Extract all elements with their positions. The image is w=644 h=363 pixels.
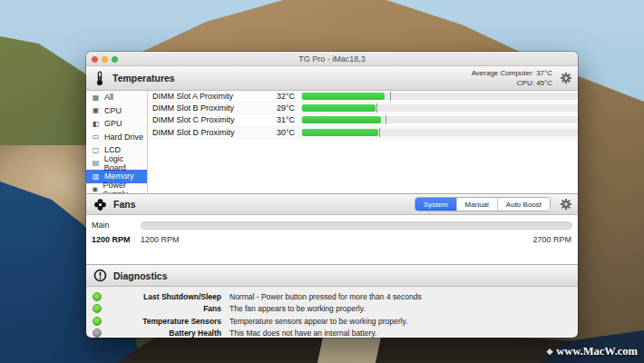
diagnostics-title: Diagnostics (113, 270, 168, 281)
watermark-logo-icon: ❖ (546, 348, 553, 357)
sidebar-item-gpu[interactable]: ◧GPU (86, 117, 147, 131)
temperature-readings-list: DIMM Slot A Proximity32°CDIMM Slot B Pro… (148, 91, 578, 193)
fans-title: Fans (113, 199, 136, 210)
memory-ram-icon: ▥ (91, 172, 101, 182)
power-supply-icon: ◉ (91, 184, 100, 193)
diagnostic-row: FansThe fan appears to be working proper… (86, 303, 578, 316)
sensor-temperature-value: 31°C (266, 115, 302, 124)
diagnostic-label: Battery Health (102, 329, 221, 338)
sidebar-item-label: Logic Board (104, 154, 147, 172)
temperature-bar-fill (302, 116, 381, 123)
diagnostic-row: Last Shutdown/SleepNormal - Power button… (86, 290, 578, 303)
temperatures-body: ▦All▣CPU◧GPU▭Hard Drive▢LCD▤Logic Board▥… (86, 91, 578, 193)
fan-name-label: Main (92, 221, 110, 230)
sensor-name: DIMM Slot D Proximity (148, 128, 266, 137)
fan-mode-segmented-control: SystemManualAuto Boost (415, 197, 551, 211)
status-ok-dot-icon (93, 304, 102, 313)
temperature-bar-track (302, 93, 578, 100)
diagnostic-description: Temperature sensors appear to be working… (229, 317, 407, 326)
zoom-button[interactable] (112, 56, 118, 63)
temperature-summary: Average Computer: 37°C CPU: 45°C (472, 69, 552, 88)
display-icon: ▦ (91, 93, 101, 103)
watermark-text: www.MacW.com (556, 345, 638, 358)
sensor-temperature-value: 29°C (266, 103, 302, 113)
lcd-monitor-icon: ▢ (91, 145, 101, 155)
fans-header: Fans SystemManualAuto Boost (86, 193, 578, 215)
tgpro-window: TG Pro - iMac18,3 Temperatures Average C… (86, 52, 578, 338)
minimize-button[interactable] (102, 56, 108, 63)
fan-speed-slider[interactable] (141, 221, 572, 230)
diagnostic-label: Temperature Sensors (102, 317, 221, 326)
fan-max-rpm: 2700 RPM (532, 235, 571, 244)
sidebar-item-power-supply[interactable]: ◉Power Supply (86, 183, 147, 194)
exclamation-circle-icon (93, 269, 107, 282)
temperatures-title: Temperatures (112, 73, 175, 83)
fan-mode-auto-boost[interactable]: Auto Boost (497, 198, 550, 211)
temperature-max-tick (379, 128, 380, 137)
temperature-row: DIMM Slot A Proximity32°C (148, 91, 578, 103)
sensor-category-sidebar: ▦All▣CPU◧GPU▭Hard Drive▢LCD▤Logic Board▥… (86, 91, 148, 193)
sidebar-item-label: LCD (104, 145, 121, 154)
fans-body: Main 1200 RPM 1200 RPM 2700 RPM (86, 215, 578, 264)
sensor-temperature-value: 30°C (266, 128, 302, 137)
fan-icon (93, 198, 107, 211)
summary-average: Average Computer: 37°C (472, 69, 552, 79)
diagnostic-description: This Mac does not have an internal batte… (229, 329, 376, 338)
temperature-bar-fill (302, 129, 378, 136)
hard-drive-icon: ▭ (91, 132, 101, 142)
temperature-bar-track (302, 116, 578, 123)
sidebar-item-label: GPU (104, 119, 122, 128)
temperature-row: DIMM Slot C Proximity31°C (148, 114, 578, 126)
sidebar-item-label: CPU (104, 106, 122, 115)
sidebar-item-label: All (104, 93, 113, 102)
temperature-bar-fill (302, 104, 376, 112)
temperatures-settings-gear-icon[interactable] (560, 72, 572, 84)
diagnostic-row: Battery HealthThis Mac does not have an … (86, 328, 578, 338)
titlebar[interactable]: TG Pro - iMac18,3 (86, 52, 578, 66)
sidebar-item-logic-board[interactable]: ▤Logic Board (86, 157, 147, 171)
gpu-chip-icon: ◧ (91, 119, 101, 129)
temperatures-header: Temperatures Average Computer: 37°C CPU:… (86, 66, 578, 91)
watermark: ❖ www.MacW.com (546, 345, 638, 358)
traffic-lights (92, 56, 118, 63)
sidebar-item-hard-drive[interactable]: ▭Hard Drive (86, 131, 147, 144)
fan-mode-system[interactable]: System (415, 198, 456, 211)
sidebar-item-cpu[interactable]: ▣CPU (86, 104, 147, 118)
diagnostic-label: Fans (102, 304, 221, 313)
sidebar-item-label: Power Supply (103, 181, 147, 193)
diagnostics-body: Last Shutdown/SleepNormal - Power button… (86, 287, 578, 337)
window-title: TG Pro - iMac18,3 (298, 54, 366, 64)
cpu-chip-icon: ▣ (91, 105, 101, 115)
diagnostic-description: The fan appears to be working properly. (229, 304, 366, 313)
fan-mode-manual[interactable]: Manual (456, 198, 497, 211)
temperature-bar-track (302, 104, 578, 112)
temperature-bar-track (302, 129, 578, 136)
close-button[interactable] (92, 56, 98, 63)
diagnostics-header: Diagnostics (86, 264, 578, 287)
temperature-bar-fill (302, 93, 385, 100)
temperature-max-tick (376, 103, 377, 113)
sidebar-item-all[interactable]: ▦All (86, 91, 147, 104)
diagnostic-description: Normal - Power button pressed for more t… (229, 292, 422, 301)
sensor-temperature-value: 32°C (266, 92, 302, 101)
sidebar-item-label: Hard Drive (104, 132, 143, 142)
status-ok-dot-icon (93, 317, 102, 326)
summary-cpu: CPU: 45°C (472, 79, 552, 89)
status-ok-dot-icon (93, 292, 102, 301)
fans-settings-gear-icon[interactable] (560, 198, 572, 211)
temperature-max-tick (385, 115, 386, 124)
sensor-name: DIMM Slot B Proximity (148, 103, 266, 113)
temperature-row: DIMM Slot D Proximity30°C (148, 127, 578, 139)
fan-current-rpm: 1200 RPM (92, 235, 131, 244)
thermometer-icon (93, 71, 106, 86)
diagnostic-label: Last Shutdown/Sleep (102, 292, 221, 301)
diagnostic-row: Temperature SensorsTemperature sensors a… (86, 315, 578, 328)
temperature-max-tick (390, 92, 391, 101)
temperature-row: DIMM Slot B Proximity29°C (148, 103, 578, 114)
sidebar-item-label: Memory (104, 172, 134, 181)
sensor-name: DIMM Slot C Proximity (148, 115, 266, 124)
status-neutral-dot-icon (93, 329, 102, 338)
fan-min-rpm: 1200 RPM (141, 235, 180, 244)
sensor-name: DIMM Slot A Proximity (148, 92, 266, 101)
logic-board-icon: ▤ (91, 158, 101, 168)
